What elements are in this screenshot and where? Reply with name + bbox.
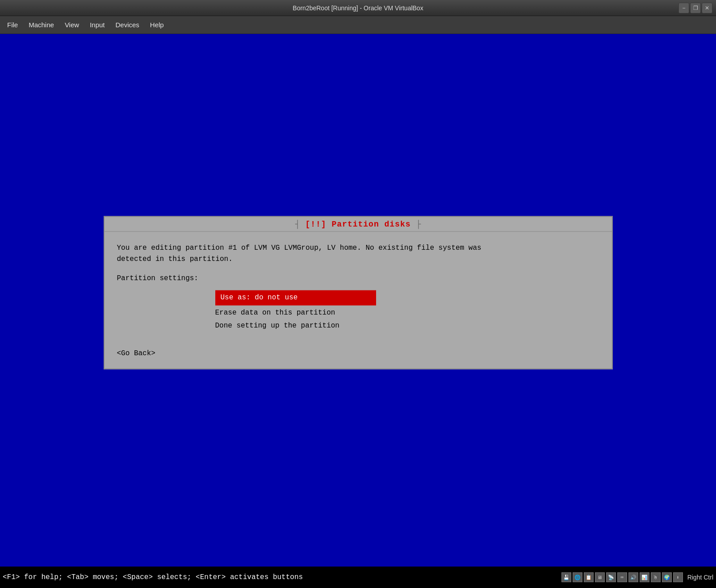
system-tray: 💾 🌐 📋 🖥 📡 ⌨ 🔊 📊 🖱 🌍 ⬇ bbox=[561, 572, 683, 582]
menu-help[interactable]: Help bbox=[145, 19, 169, 30]
partition-dialog: ┤ [!!] Partition disks ├ You are editing… bbox=[104, 216, 613, 370]
title-dash-right: ├ bbox=[416, 220, 421, 229]
tray-icon-1[interactable]: 💾 bbox=[561, 572, 571, 582]
minimize-button[interactable]: − bbox=[678, 3, 689, 13]
vm-content: ┤ [!!] Partition disks ├ You are editing… bbox=[0, 34, 716, 567]
erase-data-option[interactable]: Erase data on this partition bbox=[215, 306, 599, 319]
tray-icon-4[interactable]: 🖥 bbox=[595, 572, 605, 582]
tray-icon-5[interactable]: 📡 bbox=[606, 572, 616, 582]
menu-file[interactable]: File bbox=[2, 19, 23, 30]
restore-button[interactable]: ❐ bbox=[690, 3, 701, 13]
right-ctrl-label: Right Ctrl bbox=[687, 574, 713, 581]
tray-icon-9[interactable]: 🖱 bbox=[651, 572, 661, 582]
description-text: You are editing partition #1 of LVM VG L… bbox=[117, 243, 599, 265]
tray-icon-8[interactable]: 📊 bbox=[640, 572, 649, 582]
dialog-body: You are editing partition #1 of LVM VG L… bbox=[105, 232, 612, 369]
menubar: File Machine View Input Devices Help bbox=[0, 16, 716, 34]
tray-icon-11[interactable]: ⬇ bbox=[673, 572, 683, 582]
tray-icon-3[interactable]: 📋 bbox=[584, 572, 594, 582]
statusbar: <F1> for help; <Tab> moves; <Space> sele… bbox=[0, 567, 716, 588]
menu-view[interactable]: View bbox=[59, 19, 84, 30]
tray-icon-10[interactable]: 🌍 bbox=[662, 572, 672, 582]
done-setting-option[interactable]: Done setting up the partition bbox=[215, 319, 599, 333]
go-back-button[interactable]: <Go Back> bbox=[117, 348, 155, 360]
title-dash-left: ┤ bbox=[295, 220, 300, 229]
close-button[interactable]: ✕ bbox=[702, 3, 712, 13]
partition-settings-label: Partition settings: bbox=[117, 273, 599, 284]
description-line1: You are editing partition #1 of LVM VG L… bbox=[117, 244, 482, 252]
menu-machine[interactable]: Machine bbox=[23, 19, 59, 30]
dialog-titlebar: ┤ [!!] Partition disks ├ bbox=[105, 217, 612, 232]
status-text: <F1> for help; <Tab> moves; <Space> sele… bbox=[3, 573, 561, 581]
titlebar: Born2beRoot [Running] - Oracle VM Virtua… bbox=[0, 0, 716, 16]
options-container: Use as: do not use Erase data on this pa… bbox=[215, 290, 599, 333]
titlebar-title: Born2beRoot [Running] - Oracle VM Virtua… bbox=[293, 4, 423, 12]
use-as-option[interactable]: Use as: do not use bbox=[215, 290, 376, 306]
tray-icon-6[interactable]: ⌨ bbox=[617, 572, 627, 582]
titlebar-controls: − ❐ ✕ bbox=[678, 0, 712, 16]
menu-devices[interactable]: Devices bbox=[110, 19, 145, 30]
tray-icon-2[interactable]: 🌐 bbox=[573, 572, 582, 582]
menu-input[interactable]: Input bbox=[84, 19, 110, 30]
dialog-title: [!!] Partition disks bbox=[305, 220, 410, 229]
description-line2: detected in this partition. bbox=[117, 255, 233, 263]
tray-icon-7[interactable]: 🔊 bbox=[628, 572, 638, 582]
